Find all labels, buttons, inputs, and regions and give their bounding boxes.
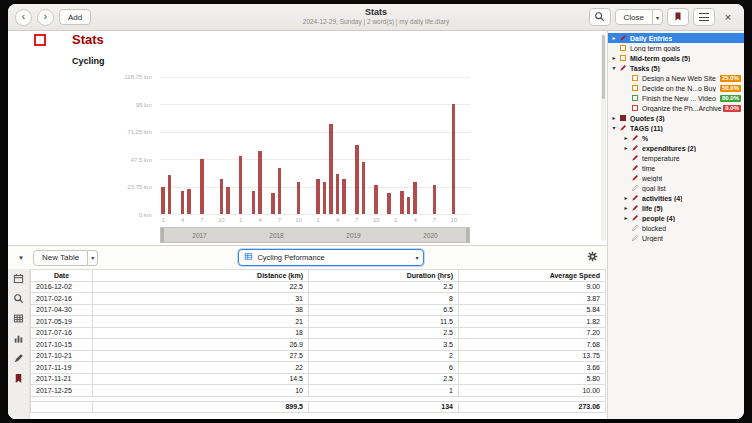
table-cell[interactable]: 22.5 (93, 281, 309, 293)
add-button[interactable]: Add (59, 9, 91, 25)
document-scrollbar[interactable] (601, 33, 606, 241)
new-table-arrow-icon[interactable]: ▾ (88, 250, 98, 266)
table-cell[interactable]: 2.5 (309, 373, 459, 385)
close-button[interactable]: Close (615, 9, 653, 25)
tree-item-urgent[interactable]: Urgent (608, 233, 744, 243)
table-cell[interactable]: 2017-10-15 (31, 339, 93, 351)
table-cell[interactable]: 11.5 (309, 316, 459, 328)
expand-arrow-icon[interactable]: ▸ (610, 114, 618, 122)
tree-item-weight[interactable]: weight (608, 173, 744, 183)
tree-item-item[interactable]: ▸% (608, 133, 744, 143)
forward-button[interactable]: › (37, 9, 54, 26)
tree-item-activities-4[interactable]: ▸activities (4) (608, 193, 744, 203)
table-cell[interactable]: 7.20 (459, 327, 606, 339)
table-cell[interactable]: 2016-12-02 (31, 281, 93, 293)
table-cell[interactable]: 18 (93, 327, 309, 339)
close-menu-arrow-icon[interactable]: ▾ (653, 9, 663, 25)
table-cell[interactable]: 3.5 (309, 339, 459, 351)
table-cell[interactable]: 5.84 (459, 304, 606, 316)
table-cell[interactable]: 2017-10-21 (31, 350, 93, 362)
table-cell[interactable]: 13.75 (459, 350, 606, 362)
table-cell[interactable]: 3.66 (459, 362, 606, 374)
table-cell[interactable]: 2017-05-19 (31, 316, 93, 328)
tool-bookmark-button[interactable] (11, 372, 27, 387)
table-cell[interactable]: 2017-07-16 (31, 327, 93, 339)
back-button[interactable]: ‹ (15, 9, 32, 26)
table-settings-button[interactable] (583, 249, 601, 267)
table-cell[interactable]: 2017-02-16 (31, 293, 93, 305)
tree-item-time[interactable]: time (608, 163, 744, 173)
bookmark-button[interactable] (667, 8, 689, 26)
tree-item-organize-the-ph-archive[interactable]: Organize the Ph...Archive0.0% (608, 103, 744, 113)
document-scrollbar-thumb[interactable] (602, 35, 605, 99)
expand-arrow-icon[interactable]: ▸ (622, 194, 630, 202)
window-close-button[interactable]: × (719, 8, 737, 26)
table-cell[interactable]: 2 (309, 350, 459, 362)
tree-item-label: Design a New Web Site (642, 75, 716, 82)
tool-table-button[interactable] (11, 312, 27, 327)
table-cell[interactable]: 27.5 (93, 350, 309, 362)
table-selector-dropdown[interactable]: Cycling Peformance ▾ (238, 249, 424, 266)
navigator-right-handle[interactable] (466, 228, 469, 242)
tree-item-finish-the-new-video[interactable]: Finish the New ... Video80.0% (608, 93, 744, 103)
expand-arrow-icon[interactable]: ▸ (622, 144, 630, 152)
table-cell[interactable]: 2017-11-19 (31, 362, 93, 374)
chart-navigator[interactable]: 2017201820192020 (160, 227, 470, 243)
table-cell[interactable]: 22 (93, 362, 309, 374)
table-cell[interactable]: 2017-04-30 (31, 304, 93, 316)
table-cell[interactable]: 2.5 (309, 327, 459, 339)
table-cell[interactable]: 1.82 (459, 316, 606, 328)
table-cell[interactable]: 2017-12-25 (31, 385, 93, 397)
tool-calendar-button[interactable] (11, 272, 27, 287)
tree-item-blocked[interactable]: blocked (608, 223, 744, 233)
tree-item-quotes-3[interactable]: ▸Quotes (3) (608, 113, 744, 123)
tree-item-people-4[interactable]: ▸people (4) (608, 213, 744, 223)
table-cell[interactable]: 5.80 (459, 373, 606, 385)
expand-arrow-icon[interactable]: ▸ (610, 34, 618, 42)
chart-bar (181, 191, 185, 214)
table-cell[interactable]: 10 (93, 385, 309, 397)
tree-item-tags-11[interactable]: ▾TAGS (11) (608, 123, 744, 133)
tree-item-temperature[interactable]: temperature (608, 153, 744, 163)
chart-xtick-label: 1 (394, 217, 397, 223)
expand-arrow-icon[interactable]: ▸ (622, 134, 630, 142)
table-cell[interactable]: 7.68 (459, 339, 606, 351)
collapse-editor-button[interactable]: ▾ (14, 251, 28, 265)
table-cell[interactable]: 2.5 (309, 281, 459, 293)
tree-item-daily-entries[interactable]: ▸Daily Entries (608, 33, 744, 43)
expand-arrow-icon[interactable]: ▸ (622, 204, 630, 212)
table-cell[interactable]: 31 (93, 293, 309, 305)
collapse-arrow-icon[interactable]: ▾ (610, 64, 618, 72)
table-cell[interactable]: 8 (309, 293, 459, 305)
table-cell[interactable]: 6 (309, 362, 459, 374)
tree-item-goal-list[interactable]: goal list (608, 183, 744, 193)
expand-arrow-icon[interactable]: ▸ (610, 54, 618, 62)
tool-search-button[interactable] (11, 292, 27, 307)
menu-button[interactable] (693, 8, 715, 26)
tree-item-design-a-new-web-site[interactable]: Design a New Web Site25.0% (608, 73, 744, 83)
expand-arrow-icon[interactable]: ▸ (622, 214, 630, 222)
table-cell[interactable]: 14.5 (93, 373, 309, 385)
tree-item-long-term-goals[interactable]: Long term goals (608, 43, 744, 53)
table-cell[interactable]: 6.5 (309, 304, 459, 316)
search-button[interactable] (589, 8, 611, 26)
new-table-button[interactable]: New Table (33, 250, 88, 266)
table-cell[interactable]: 10.00 (459, 385, 606, 397)
tree-item-mid-term-goals-5[interactable]: ▸Mid-term goals (5) (608, 53, 744, 63)
tool-chart-button[interactable] (11, 332, 27, 347)
tree-item-tasks-5[interactable]: ▾Tasks (5) (608, 63, 744, 73)
tree-item-expenditures-2[interactable]: ▸expenditures (2) (608, 143, 744, 153)
tree-item-decide-on-the-n-o-buy[interactable]: Decide on the N...o Buy50.0% (608, 83, 744, 93)
collapse-arrow-icon[interactable]: ▾ (610, 124, 618, 132)
table-cell[interactable]: 2017-11-21 (31, 373, 93, 385)
navigator-left-handle[interactable] (161, 228, 164, 242)
chart-bar (297, 182, 301, 214)
tree-item-life-5[interactable]: ▸life (5) (608, 203, 744, 213)
table-cell[interactable]: 1 (309, 385, 459, 397)
tool-pen-button[interactable] (11, 352, 27, 367)
table-cell[interactable]: 9.00 (459, 281, 606, 293)
table-cell[interactable]: 3.87 (459, 293, 606, 305)
table-cell[interactable]: 38 (93, 304, 309, 316)
table-cell[interactable]: 26.9 (93, 339, 309, 351)
table-cell[interactable]: 21 (93, 316, 309, 328)
